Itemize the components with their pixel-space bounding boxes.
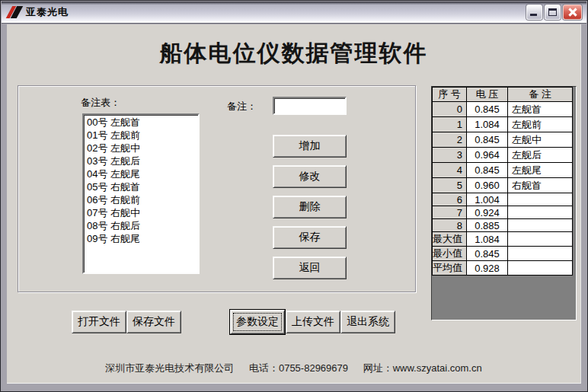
grid-row: 7 0.924 <box>433 206 573 219</box>
grid-cell-voltage: 0.928 <box>467 261 508 276</box>
remark-groupbox: 备注表： 00号 左舰首 01号 左舰前 02号 左舰中 03号 左舰后 04号… <box>18 85 416 292</box>
grid-cell-index: 1 <box>433 117 467 132</box>
open-file-button[interactable]: 打开文件 <box>72 311 126 333</box>
grid-cell-remark: 左舰中 <box>508 132 573 148</box>
grid-row: 8 0.885 <box>433 219 573 232</box>
grid-cell-index: 最小值 <box>433 247 467 261</box>
grid-row: 5 0.960 右舰首 <box>433 178 573 193</box>
maximize-icon <box>548 8 557 16</box>
grid-row-avg: 平均值 0.928 <box>433 261 573 276</box>
grid-cell-voltage: 0.960 <box>467 178 508 193</box>
grid-cell-index: 6 <box>433 193 467 206</box>
grid-cell-voltage: 0.845 <box>467 247 508 261</box>
minimize-icon <box>530 14 537 16</box>
save-file-button[interactable]: 保存文件 <box>126 311 181 333</box>
grid-cell-remark: 左舰尾 <box>508 163 573 178</box>
list-item[interactable]: 04号 左舰尾 <box>85 167 197 180</box>
param-set-button[interactable]: 参数设定 <box>230 310 285 334</box>
footer-company: 深圳市亚泰光电技术有限公司 <box>105 362 234 374</box>
titlebar[interactable]: 亚泰光电 <box>2 2 586 24</box>
grid-cell-index: 平均值 <box>433 261 467 276</box>
grid-cell-voltage: 0.924 <box>467 206 508 219</box>
param-set-button-frame: 参数设定 <box>229 309 286 335</box>
delete-button[interactable]: 删除 <box>273 196 347 218</box>
grid-cell-voltage: 1.084 <box>467 117 508 132</box>
grid-cell-voltage: 0.845 <box>467 132 508 148</box>
list-item[interactable]: 06号 右舰前 <box>85 193 197 206</box>
exit-system-button[interactable]: 退出系统 <box>340 311 395 333</box>
grid-header-row: 序 号 电 压 备 注 <box>433 88 573 102</box>
grid-cell-remark: 左舰首 <box>508 102 573 117</box>
remark-list-label: 备注表： <box>81 96 120 110</box>
grid-cell-index: 7 <box>433 206 467 219</box>
grid-cell-voltage: 0.845 <box>467 102 508 117</box>
remark-input[interactable] <box>273 97 347 115</box>
grid-cell-index: 4 <box>433 163 467 178</box>
grid-row: 1 1.084 左舰前 <box>433 117 573 132</box>
grid-cell-remark <box>508 206 573 219</box>
grid-cell-index: 最大值 <box>433 232 467 247</box>
grid-cell-index: 8 <box>433 219 467 232</box>
close-button[interactable] <box>563 5 582 20</box>
grid-row: 3 0.964 左舰后 <box>433 148 573 163</box>
grid-row-min: 最小值 0.845 <box>433 247 573 261</box>
list-item[interactable]: 00号 左舰首 <box>85 116 197 129</box>
grid-cell-remark <box>508 247 573 261</box>
minimize-button[interactable] <box>526 5 542 20</box>
grid-cell-voltage: 0.964 <box>467 148 508 163</box>
footer: 深圳市亚泰光电技术有限公司 电话：0755-82969679 网址：www.sz… <box>7 362 580 375</box>
footer-website: 网址：www.szyatai.com.cn <box>363 362 482 374</box>
list-item[interactable]: 07号 右舰中 <box>85 206 197 219</box>
grid-cell-voltage: 0.845 <box>467 163 508 178</box>
titlebar-buttons <box>526 5 582 20</box>
footer-phone: 电话：0755-82969679 <box>249 362 348 374</box>
list-item[interactable]: 02号 左舰中 <box>85 142 197 155</box>
add-button[interactable]: 增加 <box>273 135 347 158</box>
grid-cell-remark: 右舰首 <box>508 178 573 193</box>
grid-cell-index: 5 <box>433 178 467 193</box>
param-set-label: 参数设定 <box>236 315 279 329</box>
grid-cell-index: 3 <box>433 148 467 163</box>
grid-cell-index: 0 <box>433 102 467 117</box>
grid-row: 2 0.845 左舰中 <box>433 132 573 148</box>
grid-row: 0 0.845 左舰首 <box>433 102 573 117</box>
grid-cell-remark <box>508 219 573 232</box>
app-window: 亚泰光电 船体电位仪数据管理软件 备注表： 00号 左舰首 01号 左舰前 02… <box>0 0 588 392</box>
grid-cell-remark <box>508 261 573 276</box>
modify-button[interactable]: 修改 <box>273 165 347 188</box>
grid-cell-voltage: 1.004 <box>467 193 508 206</box>
grid-cell-remark: 左舰后 <box>508 148 573 163</box>
column-header-voltage: 电 压 <box>467 88 508 102</box>
remark-listbox[interactable]: 00号 左舰首 01号 左舰前 02号 左舰中 03号 左舰后 04号 左舰尾 … <box>82 113 200 274</box>
grid-cell-index: 2 <box>433 132 467 148</box>
list-item[interactable]: 05号 右舰首 <box>85 180 197 193</box>
upload-file-button[interactable]: 上传文件 <box>286 311 340 333</box>
grid-row-max: 最大值 1.084 <box>433 232 573 247</box>
maximize-button[interactable] <box>545 5 561 20</box>
data-grid: 序 号 电 压 备 注 0 0.845 左舰首 1 1.084 左舰前 2 0.… <box>432 87 573 276</box>
page-title: 船体电位仪数据管理软件 <box>7 38 580 69</box>
app-logo-icon <box>6 5 23 19</box>
column-header-index: 序 号 <box>433 88 467 102</box>
list-item[interactable]: 08号 右舰后 <box>85 219 197 232</box>
back-button[interactable]: 返回 <box>273 257 347 279</box>
grid-row: 6 1.004 <box>433 193 573 206</box>
content-area: 船体电位仪数据管理软件 备注表： 00号 左舰首 01号 左舰前 02号 左舰中… <box>7 24 581 384</box>
grid-cell-voltage: 1.084 <box>467 232 508 247</box>
grid-cell-remark: 左舰前 <box>508 117 573 132</box>
grid-row: 4 0.845 左舰尾 <box>433 163 573 178</box>
grid-cell-remark <box>508 193 573 206</box>
list-item[interactable]: 09号 右舰尾 <box>85 232 197 245</box>
list-item[interactable]: 03号 左舰后 <box>85 155 197 167</box>
window-title: 亚泰光电 <box>26 5 69 19</box>
save-button[interactable]: 保存 <box>273 226 347 249</box>
column-header-remark: 备 注 <box>508 88 573 102</box>
remark-input-label: 备注： <box>227 100 257 113</box>
grid-cell-remark <box>508 232 573 247</box>
data-grid-region: 序 号 电 压 备 注 0 0.845 左舰首 1 1.084 左舰前 2 0.… <box>431 86 577 320</box>
list-item[interactable]: 01号 左舰前 <box>85 129 197 142</box>
grid-cell-voltage: 0.885 <box>467 219 508 232</box>
